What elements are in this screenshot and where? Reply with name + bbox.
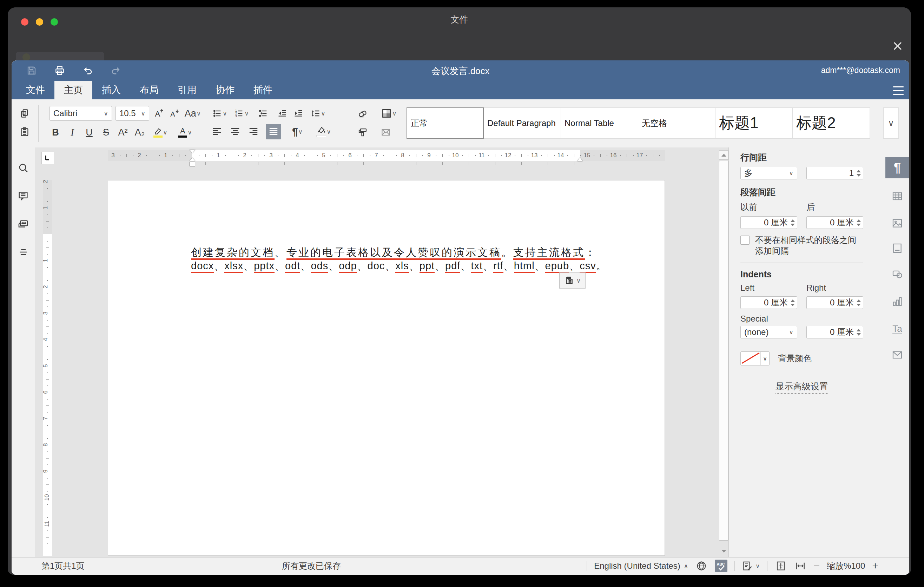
line-spacing-icon[interactable]: ∨ — [309, 106, 328, 120]
font-family-select[interactable]: Calibri∨ — [50, 106, 112, 121]
search-icon[interactable] — [17, 162, 30, 174]
style-preset[interactable]: 正常 — [406, 107, 484, 139]
justify-icon[interactable] — [266, 124, 281, 139]
page-count[interactable]: 第1页共1页 — [41, 557, 84, 574]
copy-style-icon[interactable] — [357, 125, 369, 139]
highlight-color-button[interactable]: ∨ — [150, 125, 170, 139]
line-spacing-title: 行间距 — [741, 152, 863, 163]
style-preset[interactable]: 标题1 — [716, 107, 793, 139]
menu-tab[interactable]: 布局 — [130, 81, 168, 99]
language-select[interactable]: English (United States)∧ — [594, 561, 688, 571]
advanced-settings-link[interactable]: 显示高级设置 — [776, 381, 828, 394]
zoom-in-button[interactable]: + — [872, 560, 878, 572]
chat-icon[interactable] — [17, 218, 30, 230]
mail-merge-settings-tab[interactable] — [885, 348, 909, 362]
document-editor: 会议发言.docx adm***@dootask.com 文件主页插入布局引用协… — [12, 60, 909, 575]
numbered-list-icon[interactable]: 123 ∨ — [233, 106, 250, 120]
font-size-select[interactable]: 10.5∨ — [116, 106, 149, 121]
document-language-icon[interactable] — [695, 560, 708, 572]
menu-tab[interactable]: 协作 — [206, 81, 244, 99]
comments-icon[interactable] — [17, 190, 30, 202]
hamburger-menu-icon[interactable] — [893, 86, 904, 95]
same-style-spacing-checkbox[interactable] — [741, 236, 749, 245]
ruler-tick — [330, 155, 331, 156]
shape-settings-tab[interactable] — [885, 267, 909, 281]
decrease-font-size-icon[interactable]: A — [168, 106, 180, 120]
fit-page-icon[interactable] — [774, 560, 787, 572]
clear-style-icon[interactable] — [357, 106, 369, 120]
mail-merge-icon[interactable] — [380, 125, 392, 139]
superscript-button[interactable]: A² — [117, 125, 129, 139]
strikethrough-button[interactable]: S — [100, 125, 112, 139]
left-indent-marker[interactable] — [190, 162, 195, 167]
zoom-out-button[interactable]: − — [814, 560, 820, 572]
background-color-picker[interactable]: ∨ — [741, 351, 769, 366]
fit-width-icon[interactable] — [794, 560, 807, 572]
bold-button[interactable]: B — [50, 125, 61, 139]
underline-button[interactable]: U — [83, 125, 95, 139]
menu-tab[interactable]: 引用 — [168, 81, 206, 99]
line-spacing-value-stepper[interactable]: 1 — [807, 167, 863, 180]
multilevel-list-icon[interactable] — [254, 106, 272, 120]
menu-tab[interactable]: 主页 — [54, 81, 92, 99]
copy-icon[interactable] — [18, 106, 31, 120]
hanging-indent-marker[interactable] — [190, 158, 195, 161]
ruler-tick — [488, 155, 489, 156]
vertical-ruler[interactable]: 211234567891011 — [43, 180, 52, 556]
menu-tab[interactable]: 文件 — [16, 81, 54, 99]
paste-options-button[interactable]: ∨ — [559, 272, 586, 289]
spell-check-icon[interactable]: ABC — [715, 560, 728, 572]
style-preset[interactable]: 标题2 — [793, 107, 870, 139]
paste-icon[interactable] — [18, 125, 31, 139]
styles-gallery-expand-icon[interactable]: ∨ — [883, 107, 899, 139]
spacing-before-stepper[interactable]: 0 厘米 — [741, 216, 797, 229]
image-settings-tab[interactable] — [885, 217, 909, 230]
navigation-headings-icon[interactable] — [17, 246, 30, 258]
paragraph-settings-tab[interactable]: ¶ — [885, 157, 909, 178]
scroll-down-arrow[interactable] — [719, 548, 728, 555]
align-center-icon[interactable] — [229, 125, 241, 139]
increase-indent-icon[interactable] — [292, 106, 304, 120]
italic-button[interactable]: I — [66, 125, 78, 139]
misspelled-text: epub — [545, 260, 569, 273]
table-settings-tab[interactable] — [885, 190, 909, 203]
subscript-button[interactable]: A₂ — [134, 125, 146, 139]
font-color-button[interactable]: A ∨ — [175, 125, 195, 139]
first-line-indent-marker[interactable] — [190, 150, 195, 153]
ruler-tick — [47, 201, 48, 202]
zoom-level[interactable]: 缩放%100 — [827, 560, 865, 572]
ruler-number: 2 — [42, 180, 49, 183]
textart-settings-tab[interactable]: Ta — [885, 321, 909, 337]
style-preset[interactable]: 无空格 — [638, 107, 716, 139]
chart-settings-tab[interactable] — [885, 295, 909, 308]
indent-left-stepper[interactable]: 0 厘米 — [741, 296, 797, 309]
vertical-scrollbar[interactable] — [719, 161, 728, 541]
track-changes-button[interactable]: ∨ — [742, 560, 760, 572]
indent-right-stepper[interactable]: 0 厘米 — [807, 296, 863, 309]
style-preset[interactable]: Normal Table — [561, 107, 638, 139]
nonprinting-chars-icon[interactable]: ¶ ∨ — [287, 125, 307, 139]
document-page[interactable]: 创建复杂的文档、专业的电子表格以及令人赞叹的演示文稿。支持主流格式：docx、x… — [108, 180, 665, 556]
line-spacing-type-select[interactable]: 多∨ — [741, 167, 797, 180]
change-case-icon[interactable]: Aa∨ — [183, 106, 202, 120]
scroll-up-arrow[interactable] — [719, 150, 728, 160]
menu-tab[interactable]: 插件 — [244, 81, 282, 99]
right-indent-marker[interactable] — [577, 158, 583, 161]
style-preset[interactable]: Default Paragraph — [484, 107, 561, 139]
align-left-icon[interactable] — [211, 125, 223, 139]
tab-stop-selector[interactable] — [41, 152, 54, 164]
menu-tab[interactable]: 插入 — [92, 81, 130, 99]
bullet-list-icon[interactable]: ∨ — [211, 106, 229, 120]
spacing-after-stepper[interactable]: 0 厘米 — [807, 216, 863, 229]
align-right-icon[interactable] — [248, 125, 259, 139]
indent-special-stepper[interactable]: 0 厘米 — [807, 326, 863, 338]
decrease-indent-icon[interactable] — [276, 106, 288, 120]
shading-icon[interactable]: ∨ — [314, 125, 334, 139]
indent-special-select[interactable]: (none)∨ — [741, 326, 797, 338]
color-scheme-icon[interactable]: ∨ — [378, 106, 400, 120]
close-icon[interactable] — [892, 40, 903, 52]
ruler-tick — [46, 379, 49, 379]
header-footer-settings-tab[interactable] — [885, 242, 909, 255]
horizontal-ruler[interactable]: 3211234567891011121314151617 — [108, 150, 665, 161]
increase-font-size-icon[interactable]: A — [153, 106, 165, 120]
